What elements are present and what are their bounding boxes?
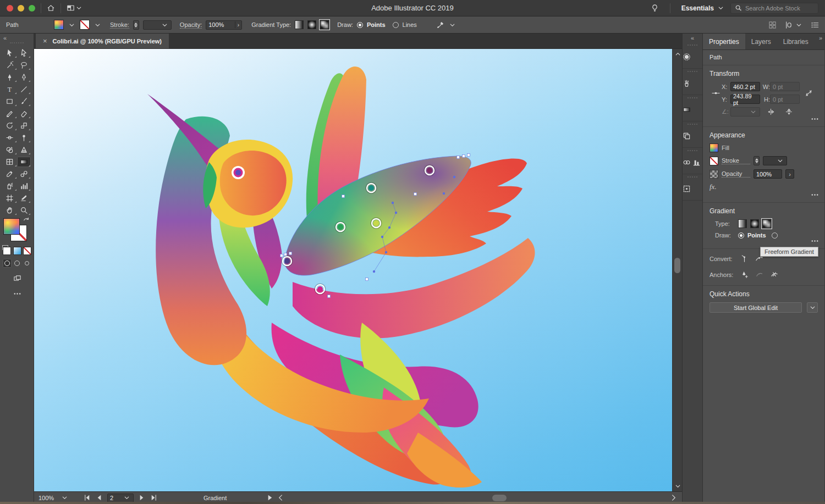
search-input[interactable]: Search Adobe Stock: [730, 3, 818, 14]
select-similar-icon[interactable]: [436, 21, 444, 29]
horizontal-scrollbar[interactable]: [290, 494, 664, 502]
stroke-panel-link[interactable]: Stroke:: [110, 21, 129, 29]
fill-color-swatch[interactable]: [54, 20, 64, 30]
document-tab[interactable]: × Colibri.ai @ 100% (RGB/GPU Preview): [36, 34, 169, 48]
color-swatch-button[interactable]: [3, 247, 11, 255]
current-tool-status[interactable]: Gradient: [204, 495, 227, 501]
tab-layers[interactable]: Layers: [745, 34, 777, 49]
collapse-toolbar-icon[interactable]: «: [3, 35, 7, 41]
change-screen-mode-icon[interactable]: [13, 274, 21, 283]
flip-vertical-icon[interactable]: [785, 108, 793, 116]
next-artboard-icon[interactable]: [138, 494, 146, 502]
magic-wand-tool[interactable]: [3, 60, 17, 70]
start-global-edit-button[interactable]: Start Global Edit: [710, 302, 802, 313]
chevron-down-icon[interactable]: [68, 21, 76, 29]
panel-draw-points-radio[interactable]: [738, 232, 744, 239]
slice-tool[interactable]: [17, 193, 31, 203]
zoom-level-dropdown-icon[interactable]: [61, 494, 69, 502]
gradient-tool[interactable]: [17, 157, 31, 167]
chevron-down-icon[interactable]: [94, 21, 102, 29]
lasso-tool[interactable]: [17, 60, 31, 70]
home-icon[interactable]: [47, 4, 55, 12]
arrange-documents-icon[interactable]: [784, 21, 793, 29]
stroke-weight-stepper[interactable]: [133, 20, 139, 30]
w-value-field[interactable]: 0 pt: [770, 82, 800, 91]
align-panel-icon[interactable]: [692, 155, 701, 170]
freeform-gradient-button[interactable]: [762, 219, 771, 228]
width-tool[interactable]: [3, 132, 17, 143]
panel-menu-icon[interactable]: [811, 21, 819, 29]
close-window-button[interactable]: [7, 5, 13, 12]
chevron-down-icon[interactable]: [448, 21, 457, 29]
column-graph-tool[interactable]: [17, 181, 31, 191]
opacity-link[interactable]: Opacity: [722, 170, 750, 178]
scroll-left-icon[interactable]: [277, 494, 285, 502]
scroll-right-icon[interactable]: [669, 494, 678, 502]
draw-normal-mode-button[interactable]: [3, 259, 12, 268]
app-layout-icon[interactable]: [67, 4, 75, 12]
artboard-tool[interactable]: [3, 193, 17, 203]
radial-gradient-button[interactable]: [750, 219, 759, 228]
swap-fill-stroke-icon[interactable]: [23, 217, 31, 225]
mesh-tool[interactable]: [3, 157, 17, 167]
add-anchor-icon[interactable]: [740, 270, 749, 279]
stroke-weight-field[interactable]: [143, 20, 172, 30]
stroke-weight-dropdown[interactable]: [763, 156, 787, 165]
curvature-tool[interactable]: [17, 72, 31, 82]
convert-to-corner-icon[interactable]: [740, 254, 749, 263]
workspace-switcher[interactable]: Essentials: [681, 4, 725, 12]
fill-indicator[interactable]: [3, 218, 20, 235]
previous-artboard-icon[interactable]: [95, 494, 103, 502]
h-value-field[interactable]: 0 pt: [770, 95, 800, 104]
flip-horizontal-icon[interactable]: [767, 108, 775, 116]
linear-gradient-button[interactable]: [738, 219, 747, 228]
remove-anchor-icon[interactable]: [755, 270, 763, 279]
close-tab-icon[interactable]: ×: [43, 37, 47, 45]
first-artboard-icon[interactable]: [83, 494, 91, 502]
zoom-tool[interactable]: [17, 205, 31, 215]
opacity-field[interactable]: 100% ›: [206, 20, 242, 30]
pen-tool[interactable]: [3, 72, 17, 82]
opacity-expand-icon[interactable]: ›: [235, 21, 240, 28]
discover-icon[interactable]: [651, 4, 659, 12]
document-arrange-icon[interactable]: [768, 21, 777, 29]
shaper-tool[interactable]: [3, 108, 17, 119]
type-tool[interactable]: T: [3, 84, 17, 95]
puppet-warp-tool[interactable]: [17, 132, 31, 143]
stroke-link[interactable]: Stroke: [722, 157, 750, 164]
color-panel-icon[interactable]: [683, 49, 691, 64]
draw-behind-mode-button[interactable]: [13, 259, 21, 268]
stroke-weight-stepper[interactable]: [754, 156, 760, 165]
minimize-window-button[interactable]: [18, 5, 24, 12]
draw-points-label[interactable]: Points: [367, 21, 386, 28]
status-menu-icon[interactable]: [266, 494, 274, 502]
links-panel-icon[interactable]: [683, 155, 691, 170]
reference-point-icon[interactable]: [710, 89, 722, 97]
shape-builder-tool[interactable]: [3, 145, 17, 155]
gradient-swatch-button[interactable]: [13, 247, 21, 255]
scroll-down-icon[interactable]: [673, 482, 683, 490]
effects-button[interactable]: fx.: [710, 182, 717, 191]
more-options-icon[interactable]: [811, 237, 819, 245]
more-options-icon[interactable]: [811, 115, 819, 123]
panel-points-label[interactable]: Points: [747, 232, 766, 239]
pattern-options-panel-icon[interactable]: [683, 181, 691, 196]
none-swatch-button[interactable]: [23, 247, 31, 255]
rectangle-tool[interactable]: [3, 96, 17, 107]
scroll-up-icon[interactable]: [673, 50, 683, 58]
draw-points-radio[interactable]: [357, 22, 363, 28]
draw-inside-mode-button[interactable]: [23, 259, 31, 268]
scale-tool[interactable]: [17, 120, 31, 131]
line-segment-tool[interactable]: [17, 84, 31, 95]
appearance-fill-swatch[interactable]: [710, 143, 718, 152]
opacity-expand-icon[interactable]: ›: [785, 169, 794, 179]
last-artboard-icon[interactable]: [150, 494, 158, 502]
eraser-tool[interactable]: [17, 108, 31, 119]
global-edit-options-icon[interactable]: [807, 302, 818, 313]
x-value-field[interactable]: 460.2 pt: [730, 82, 760, 91]
draw-lines-label[interactable]: Lines: [403, 21, 417, 28]
linear-gradient-button[interactable]: [295, 20, 304, 29]
hand-tool[interactable]: [3, 205, 17, 215]
more-options-icon[interactable]: [811, 191, 819, 199]
eyedropper-tool[interactable]: [3, 169, 17, 179]
